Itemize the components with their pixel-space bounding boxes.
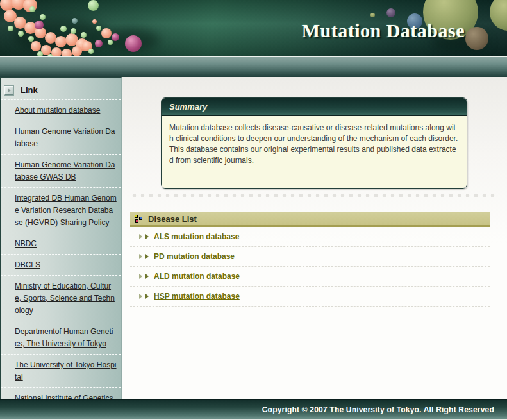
decorative-sphere <box>37 51 43 56</box>
decorative-sphere <box>101 28 112 38</box>
banner: Mutation Database <box>0 0 507 56</box>
sidebar-header-label: Link <box>21 85 38 95</box>
sidebar-link[interactable]: Departmentof Human Genetics, The Univers… <box>15 327 113 348</box>
decorative-sphere <box>95 40 103 47</box>
disease-link[interactable]: ALS mutation database <box>154 232 239 241</box>
decorative-sphere <box>81 32 87 38</box>
disease-link[interactable]: PD mutation database <box>154 252 235 261</box>
grid-icon <box>135 215 142 223</box>
decorative-sphere <box>40 14 46 20</box>
copyright-text: Copyright © 2007 The University of Tokyo… <box>262 405 494 414</box>
sidebar-item-hgvrd-policy[interactable]: Integrated DB Human Genome Variation Res… <box>1 188 121 233</box>
sidebar-header: Link <box>1 78 121 100</box>
double-chevron-icon <box>139 274 142 279</box>
sidebar-link[interactable]: About mutation database <box>15 106 100 115</box>
double-chevron-icon <box>139 294 142 299</box>
summary-title: Summary <box>169 102 207 112</box>
sidebar-link[interactable]: The University of Tokyo Hospital <box>15 360 117 382</box>
decorative-sphere <box>490 0 507 31</box>
sidebar-item-about[interactable]: About mutation database <box>1 100 121 121</box>
sidebar-item-dbcls[interactable]: DBCLS <box>1 255 121 276</box>
decorative-sphere <box>125 35 142 52</box>
decorative-sphere <box>96 26 101 31</box>
sidebar-link[interactable]: Human Genome Variation Database <box>15 127 115 148</box>
decorative-sphere <box>18 31 24 37</box>
disease-list-header: Disease List <box>130 212 490 227</box>
footer: Copyright © 2007 The University of Tokyo… <box>0 399 507 420</box>
decorative-sphere <box>88 0 99 11</box>
double-chevron-icon <box>139 234 142 239</box>
sidebar-item-nbdc[interactable]: NBDC <box>1 233 121 255</box>
double-chevron-icon <box>139 254 142 259</box>
sidebar-item-nig[interactable]: National Institute of Genetics <box>1 388 121 399</box>
decorative-sphere <box>370 13 375 17</box>
decorative-sphere <box>72 46 82 56</box>
sidebar-item-hgvd[interactable]: Human Genome Variation Database <box>1 121 121 155</box>
sidebar: Link About mutation database Human Genom… <box>0 77 122 399</box>
sidebar-item-hgvd-gwas[interactable]: Human Genome Variation Database GWAS DB <box>1 155 121 188</box>
header-bar <box>0 56 507 77</box>
sidebar-link[interactable]: NBDC <box>15 239 37 248</box>
disease-item-pd[interactable]: PD mutation database <box>130 247 490 267</box>
disease-item-ald[interactable]: ALD mutation database <box>130 267 490 287</box>
page-title: Mutation Database <box>302 20 465 42</box>
disease-link[interactable]: ALD mutation database <box>154 272 240 281</box>
sidebar-item-tokyo-hospital[interactable]: The University of Tokyo Hospital <box>1 355 121 388</box>
decorative-sphere <box>386 8 395 17</box>
decorative-sphere <box>60 26 67 32</box>
decorative-sphere <box>72 18 78 24</box>
sidebar-link[interactable]: Human Genome Variation Database GWAS DB <box>15 160 115 181</box>
summary-body: Mutation database collects disease-causa… <box>162 116 467 188</box>
summary-box: Summary Mutation database collects disea… <box>161 97 467 189</box>
sidebar-link[interactable]: DBCLS <box>15 260 40 269</box>
decorative-sphere <box>92 19 97 24</box>
disease-list-title: Disease List <box>148 214 197 224</box>
decorative-sphere <box>35 21 44 29</box>
sidebar-link[interactable]: National Institute of Genetics <box>15 394 113 399</box>
summary-header: Summary <box>162 98 467 116</box>
decorative-sphere <box>47 54 53 56</box>
decorative-sphere <box>71 28 76 34</box>
disease-item-hsp[interactable]: HSP mutation database <box>130 287 490 307</box>
disease-link[interactable]: HSP mutation database <box>154 292 240 301</box>
sidebar-item-human-genetics[interactable]: Departmentof Human Genetics, The Univers… <box>1 321 121 355</box>
decorative-sphere <box>62 49 72 56</box>
play-icon <box>4 86 13 95</box>
decorative-sphere <box>108 40 113 45</box>
decorative-sphere <box>29 6 35 12</box>
decorative-sphere <box>112 33 119 41</box>
decorative-sphere <box>28 36 34 42</box>
dots-divider <box>130 193 498 198</box>
content-area: Link About mutation database Human Genom… <box>0 77 507 399</box>
decorative-sphere <box>88 49 94 54</box>
decorative-sphere <box>465 27 488 50</box>
main-panel: Summary Mutation database collects disea… <box>122 77 507 399</box>
decorative-sphere <box>31 41 41 51</box>
sidebar-item-mext[interactable]: Ministry of Education, Culture, Sports, … <box>1 276 121 321</box>
summary-text: Mutation database collects disease-causa… <box>169 122 459 166</box>
decorative-sphere <box>8 26 13 31</box>
disease-item-als[interactable]: ALS mutation database <box>130 227 490 247</box>
sidebar-link[interactable]: Ministry of Education, Culture, Sports, … <box>15 281 115 315</box>
sidebar-link[interactable]: Integrated DB Human Genome Variation Res… <box>15 194 117 227</box>
